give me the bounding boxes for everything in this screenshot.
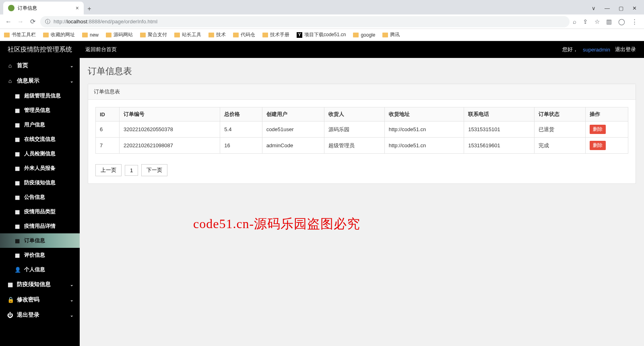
- grid-icon: ▦: [14, 180, 20, 186]
- bookmark-label: 技术: [216, 31, 226, 38]
- minimize-icon[interactable]: —: [605, 5, 610, 11]
- table-cell: 超级管理员: [324, 138, 385, 154]
- sidebar-sub-item[interactable]: ▦外来人员报备: [0, 161, 80, 175]
- table-cell: 源码乐园: [324, 122, 385, 138]
- back-home-link[interactable]: 返回前台首页: [80, 46, 122, 53]
- next-page-button[interactable]: 下一页: [141, 164, 167, 176]
- close-icon[interactable]: ×: [76, 5, 79, 11]
- table-cell: 7: [96, 138, 120, 154]
- sidebar-sub-item[interactable]: ▦评价信息: [0, 248, 80, 262]
- page-number[interactable]: 1: [125, 165, 138, 176]
- address-bar: ← → ⟳ ⓘ http://localhost:8888/end/page/o…: [0, 14, 644, 29]
- bookmark-star-icon[interactable]: ☆: [594, 18, 600, 25]
- bookmark-item[interactable]: 技术手册: [262, 31, 289, 38]
- sidebar-item-logout[interactable]: ⏻ 退出登录 ⌄: [0, 307, 80, 323]
- bookmark-item[interactable]: 书签工具栏: [4, 31, 36, 38]
- table-header: 操作: [585, 107, 628, 122]
- sidebar-sub-label: 疫情用品类型: [24, 208, 56, 215]
- prev-page-button[interactable]: 上一页: [95, 164, 122, 176]
- folder-icon: [106, 33, 111, 37]
- back-icon[interactable]: ←: [4, 18, 13, 25]
- bookmark-item[interactable]: 腾讯: [382, 31, 400, 38]
- forward-icon[interactable]: →: [16, 18, 25, 25]
- sidebar-sub-label: 人员检测信息: [24, 150, 56, 157]
- bookmark-item[interactable]: Y项目下载code51.cn: [297, 31, 346, 38]
- sidebar-item-info[interactable]: ⌂ 信息展示 ⌄: [0, 73, 80, 89]
- settings-chevron-icon[interactable]: ∨: [592, 5, 596, 11]
- table-cell: adminCode: [262, 138, 324, 154]
- chevron-down-icon: ⌄: [70, 64, 73, 68]
- profile-icon[interactable]: ◯: [618, 18, 625, 25]
- dashboard-icon: ⌂: [7, 78, 13, 84]
- sidebar-sub-item[interactable]: ▦超级管理员信息: [0, 89, 80, 103]
- bookmark-item[interactable]: 源码网站: [106, 31, 133, 38]
- bookmark-label: 腾讯: [390, 31, 400, 38]
- site-info-icon[interactable]: ⓘ: [45, 18, 50, 25]
- table-cell: 6: [96, 122, 120, 138]
- panel: 订单信息表 ID订单编号总价格创建用户收货人收货地址联系电话订单状态操作 632…: [88, 84, 636, 184]
- chevron-down-icon: ⌄: [70, 282, 73, 287]
- sidebar-sub-label: 疫情用品详情: [24, 222, 56, 230]
- sidebar-sub-item[interactable]: ▦用户信息: [0, 117, 80, 132]
- table-header: 联系电话: [464, 107, 535, 122]
- menu-icon[interactable]: ⋮: [632, 18, 638, 25]
- bookmark-label: google: [361, 32, 375, 38]
- bookmark-item[interactable]: 聚合支付: [140, 31, 167, 38]
- sidebar-sub-label: 超级管理员信息: [24, 92, 61, 99]
- browser-tab-strip: 订单信息 × + ∨ — ▢ ✕: [0, 0, 644, 14]
- topbar-right: 您好， superadmin 退出登录: [562, 46, 644, 53]
- bookmark-item[interactable]: 技术: [208, 31, 226, 38]
- sidebar: ⌂ 首页 ⌄ ⌂ 信息展示 ⌄ ▦超级管理员信息▦管理员信息▦用户信息▦在线交流…: [0, 41, 80, 346]
- toolbar-right: ⌕ ⇪ ☆ ▥ ◯ ⋮: [573, 18, 640, 25]
- url-text: http://localhost:8888/end/page/orderInfo…: [54, 19, 157, 25]
- folder-icon: [208, 33, 214, 37]
- sidebar-sub-label: 评价信息: [24, 251, 45, 259]
- share-icon[interactable]: ⇪: [583, 18, 588, 25]
- delete-button[interactable]: 删除: [590, 141, 606, 150]
- search-icon[interactable]: ⌕: [573, 18, 576, 25]
- reload-icon[interactable]: ⟳: [28, 18, 37, 25]
- sidebar-sub-item[interactable]: ▦人员检测信息: [0, 146, 80, 161]
- greeting-text: 您好，: [562, 46, 578, 53]
- orders-table: ID订单编号总价格创建用户收货人收货地址联系电话订单状态操作 632022102…: [95, 107, 628, 154]
- new-tab-button[interactable]: +: [84, 3, 95, 14]
- maximize-icon[interactable]: ▢: [619, 5, 623, 11]
- bookmark-label: 技术手册: [270, 31, 289, 38]
- sidebar-sub-item[interactable]: ▦公告信息: [0, 190, 80, 204]
- favicon-icon: [8, 5, 14, 11]
- grid-icon: ▦: [14, 151, 20, 157]
- folder-icon: [43, 33, 49, 37]
- bookmark-item[interactable]: new: [82, 32, 99, 38]
- current-user[interactable]: superadmin: [583, 47, 610, 53]
- close-window-icon[interactable]: ✕: [632, 5, 637, 11]
- table-cell: 16: [220, 138, 262, 154]
- sidebar-item-notice-group[interactable]: ▦ 防疫须知信息 ⌄: [0, 277, 80, 292]
- sidebar-sub-item[interactable]: ▦防疫须知信息: [0, 175, 80, 190]
- sidebar-sub-item[interactable]: ▦订单信息: [0, 233, 80, 248]
- brand-title: 社区疫情防控管理系统: [0, 45, 80, 54]
- panel-icon[interactable]: ▥: [606, 18, 612, 25]
- bookmark-item[interactable]: 代码仓: [233, 31, 255, 38]
- folder-icon: [233, 33, 239, 37]
- delete-button[interactable]: 删除: [590, 125, 606, 134]
- table-cell: 完成: [534, 138, 585, 154]
- sidebar-sub-item[interactable]: ▦管理员信息: [0, 103, 80, 117]
- bookmark-label: 代码仓: [241, 31, 255, 38]
- bookmark-item[interactable]: 站长工具: [174, 31, 201, 38]
- logout-link[interactable]: 退出登录: [615, 46, 636, 53]
- grid-icon: ▦: [14, 209, 20, 215]
- sidebar-item-pwd[interactable]: 🔒 修改密码 ⌄: [0, 292, 80, 307]
- sidebar-sub-item[interactable]: 👤个人信息: [0, 262, 80, 277]
- sidebar-sub-item[interactable]: ▦在线交流信息: [0, 132, 80, 146]
- bookmark-item[interactable]: google: [353, 32, 375, 38]
- chevron-down-icon: ⌄: [70, 313, 73, 317]
- sidebar-sub-item[interactable]: ▦疫情用品详情: [0, 219, 80, 233]
- table-header: 收货地址: [384, 107, 464, 122]
- bookmark-item[interactable]: 收藏的网址: [43, 31, 75, 38]
- sidebar-sub-label: 防疫须知信息: [24, 179, 56, 186]
- sidebar-label: 修改密码: [17, 296, 39, 303]
- sidebar-sub-item[interactable]: ▦疫情用品类型: [0, 204, 80, 219]
- browser-tab[interactable]: 订单信息 ×: [3, 2, 84, 14]
- sidebar-item-home[interactable]: ⌂ 首页 ⌄: [0, 58, 80, 73]
- url-input[interactable]: ⓘ http://localhost:8888/end/page/orderIn…: [40, 16, 570, 27]
